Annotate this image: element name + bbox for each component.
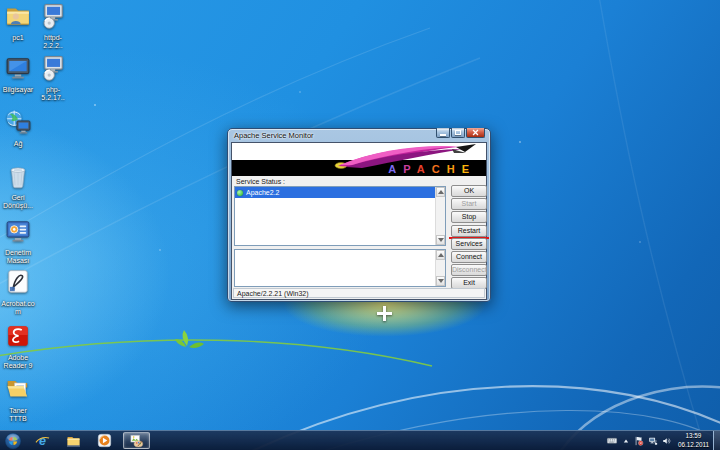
window-title: Apache Service Monitor <box>234 131 314 140</box>
stop-button[interactable]: Stop <box>451 211 487 223</box>
apache-banner: APACHE <box>232 143 486 176</box>
desktop-icon-php-installer[interactable]: php-5.2.17.. <box>36 55 70 102</box>
desktop-icon-label: Adobe Reader 9 <box>1 354 35 370</box>
window-buttons: OKStartStopRestartServicesConnectDisconn… <box>451 185 487 291</box>
scroll-down-icon[interactable] <box>436 276 445 286</box>
tray-keyboard[interactable] <box>606 435 618 446</box>
restart-button[interactable]: Restart <box>451 225 487 237</box>
desktop-icon-adobe-reader-9[interactable]: Adobe Reader 9 <box>1 323 35 370</box>
network-icon <box>5 109 31 135</box>
taskbar: 13:59 06.12.2011 <box>0 430 720 450</box>
service-name: Apache2.2 <box>246 189 279 196</box>
window-titlebar[interactable]: Apache Service Monitor <box>228 129 490 142</box>
mouse-cursor <box>377 306 392 321</box>
desktop-icon-label: Taner TTTB <box>1 407 35 423</box>
desktop-icon-pc1[interactable]: pc1 <box>1 3 35 42</box>
log-box[interactable] <box>234 249 446 287</box>
log-box-scrollbar[interactable] <box>435 250 445 286</box>
service-list[interactable]: Apache2.2 <box>234 186 446 246</box>
system-tray <box>606 435 672 446</box>
service-rows: Apache2.2 <box>235 187 445 198</box>
desktop: pc1httpd-2.2.2..Bilgisayarphp-5.2.17..Ağ… <box>0 0 720 450</box>
installer-icon <box>40 55 66 81</box>
computer-icon <box>5 55 31 81</box>
desktop-icon-label: Acrobat.com <box>1 300 35 316</box>
close-icon <box>472 129 479 136</box>
taskbar-right: 13:59 06.12.2011 <box>606 431 720 450</box>
service-row-Apache2.2[interactable]: Apache2.2 <box>235 187 435 198</box>
apache-service-monitor-window: Apache Service Monitor <box>227 128 491 302</box>
caption-buttons <box>435 128 485 138</box>
internet-explorer-icon <box>35 433 50 448</box>
desktop-icon-label: Ağ <box>1 140 35 148</box>
installer-icon <box>40 3 66 29</box>
apache-logo-text: APACHE <box>388 164 476 175</box>
adobe-reader-icon <box>5 323 31 349</box>
desktop-icon-label: php-5.2.17.. <box>36 86 70 102</box>
desktop-icon-bilgisayar[interactable]: Bilgisayar <box>1 55 35 94</box>
show-hidden-icons-icon <box>622 437 630 445</box>
desktop-icons: pc1httpd-2.2.2..Bilgisayarphp-5.2.17..Ağ… <box>0 0 80 430</box>
tray-show-hidden-icons[interactable] <box>622 437 630 445</box>
desktop-icon-httpd-installer[interactable]: httpd-2.2.2.. <box>36 3 70 50</box>
services-button[interactable]: Services <box>451 238 487 250</box>
status-bar: Apache/2.2.21 (Win32) <box>233 288 485 298</box>
scroll-up-icon[interactable] <box>436 250 445 260</box>
media-player-icon <box>97 433 112 448</box>
minimize-button[interactable] <box>436 128 450 138</box>
tray-action-center[interactable] <box>634 436 644 446</box>
ok-button[interactable]: OK <box>451 185 487 197</box>
show-desktop-button[interactable] <box>713 431 720 450</box>
connect-button[interactable]: Connect <box>451 251 487 263</box>
taskbar-start[interactable] <box>3 431 23 450</box>
desktop-icon-geri-donusum[interactable]: Geri Dönüşü... <box>1 163 35 210</box>
tray-volume[interactable] <box>662 436 672 446</box>
start-button[interactable]: Start <box>451 198 487 210</box>
desktop-icon-label: Geri Dönüşü... <box>1 194 35 210</box>
disconnect-button[interactable]: Disconnect <box>451 264 487 276</box>
recycle-bin-icon <box>5 163 31 189</box>
taskbar-items <box>0 431 150 450</box>
desktop-icon-ag[interactable]: Ağ <box>1 109 35 148</box>
folder-shared-icon <box>5 3 31 29</box>
close-button[interactable] <box>466 128 485 138</box>
taskbar-paint[interactable] <box>123 432 150 449</box>
taskbar-internet-explorer[interactable] <box>30 431 54 450</box>
paint-icon <box>129 433 144 448</box>
desktop-icon-taner-tttb[interactable]: Taner TTTB <box>1 376 35 423</box>
scroll-down-icon[interactable] <box>436 235 445 245</box>
acrobat-icon <box>5 269 31 295</box>
taskbar-clock[interactable]: 13:59 06.12.2011 <box>678 432 709 448</box>
network-status-icon <box>648 436 658 446</box>
desktop-icon-denetim-masasi[interactable]: Denetim Masası <box>1 218 35 265</box>
control-panel-icon <box>5 218 31 244</box>
desktop-icon-label: pc1 <box>1 34 35 42</box>
window-content: APACHE Service Status : Apache2.2 OKStar… <box>231 142 487 300</box>
service-list-scrollbar[interactable] <box>435 187 445 245</box>
taskbar-windows-explorer[interactable] <box>61 431 85 450</box>
action-center-icon <box>634 436 644 446</box>
taskbar-media-player[interactable] <box>92 431 116 450</box>
folder-open-icon <box>5 376 31 402</box>
status-bar-text: Apache/2.2.21 (Win32) <box>237 290 309 297</box>
maximize-button[interactable] <box>451 128 465 138</box>
service-status-label: Service Status : <box>236 178 285 185</box>
desktop-icon-label: Bilgisayar <box>1 86 35 94</box>
keyboard-icon <box>606 435 618 446</box>
volume-icon <box>662 436 672 446</box>
service-running-icon <box>237 190 243 196</box>
clock-time: 13:59 <box>678 432 709 440</box>
desktop-icon-acrobat-com[interactable]: Acrobat.com <box>1 269 35 316</box>
desktop-icon-label: Denetim Masası <box>1 249 35 265</box>
tray-network-status[interactable] <box>648 436 658 446</box>
desktop-icon-label: httpd-2.2.2.. <box>36 34 70 50</box>
start-icon <box>4 432 22 450</box>
windows-explorer-icon <box>66 433 81 448</box>
scroll-up-icon[interactable] <box>436 187 445 197</box>
clock-date: 06.12.2011 <box>678 441 709 449</box>
